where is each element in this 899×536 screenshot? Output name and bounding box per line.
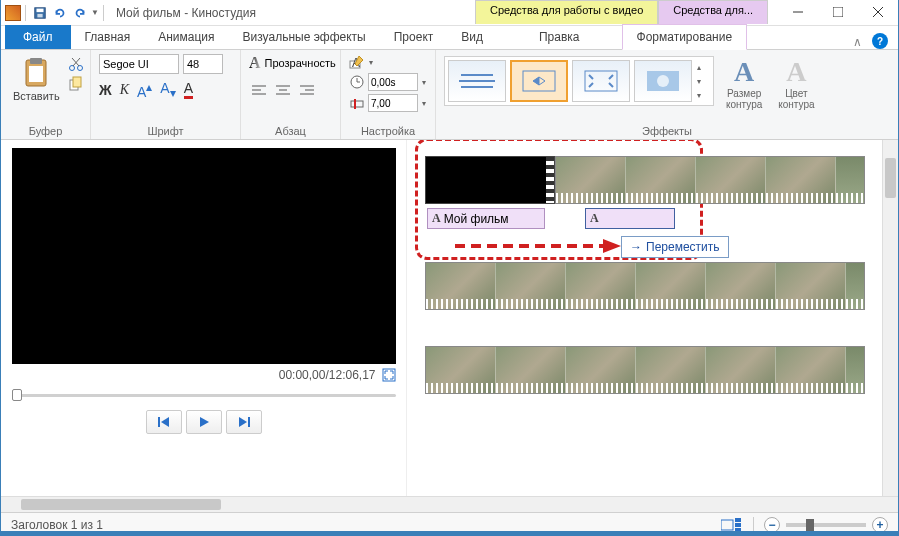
undo-icon[interactable]: [51, 4, 69, 22]
duration-icon: [349, 74, 365, 90]
effect-item-2[interactable]: [510, 60, 568, 102]
context-tab-text[interactable]: Средства для...: [658, 0, 768, 24]
align-center-button[interactable]: [273, 80, 293, 100]
tab-format[interactable]: Форматирование: [622, 24, 748, 50]
video-clip[interactable]: [425, 346, 865, 394]
tab-file[interactable]: Файл: [5, 25, 71, 49]
timeline-track: [425, 346, 890, 402]
svg-point-38: [657, 75, 669, 87]
tab-project[interactable]: Проект: [380, 25, 448, 49]
start-time-icon: [349, 95, 365, 111]
group-effects-label: Эффекты: [436, 125, 898, 137]
bold-button[interactable]: Ж: [99, 82, 112, 98]
context-tab-video[interactable]: Средства для работы с видео: [475, 0, 658, 24]
window-title: Мой фильм - Киностудия: [116, 6, 256, 20]
edit-text-button[interactable]: A▾: [349, 54, 427, 70]
seek-slider[interactable]: [12, 386, 396, 404]
svg-point-10: [69, 66, 74, 71]
svg-rect-45: [735, 523, 741, 527]
paste-button[interactable]: Вставить: [9, 54, 64, 104]
tab-animation[interactable]: Анимация: [144, 25, 228, 49]
svg-rect-30: [351, 101, 363, 107]
effect-item-1[interactable]: [448, 60, 506, 102]
svg-rect-8: [30, 58, 42, 64]
save-icon[interactable]: [31, 4, 49, 22]
gallery-more[interactable]: ▾: [697, 91, 710, 100]
svg-point-11: [77, 66, 82, 71]
group-adjust-label: Настройка: [341, 125, 435, 137]
svg-rect-1: [37, 8, 44, 12]
gallery-scroll-down[interactable]: ▾: [697, 77, 710, 86]
timeline-track: [425, 262, 890, 318]
next-frame-button[interactable]: [226, 410, 262, 434]
svg-rect-44: [735, 518, 741, 522]
font-size-input[interactable]: [183, 54, 223, 74]
help-icon[interactable]: ?: [872, 33, 888, 49]
play-button[interactable]: [186, 410, 222, 434]
tab-edit[interactable]: Правка: [525, 25, 594, 49]
svg-rect-43: [721, 520, 733, 530]
preview-pane: 00:00,00/12:06,17: [1, 140, 406, 496]
group-buffer-label: Буфер: [1, 125, 90, 137]
outline-size-button[interactable]: AРазмер контура: [722, 56, 766, 110]
redo-icon[interactable]: [71, 4, 89, 22]
vertical-scrollbar[interactable]: [882, 140, 898, 496]
status-text: Заголовок 1 из 1: [11, 518, 103, 532]
italic-button[interactable]: К: [120, 82, 129, 98]
svg-rect-41: [248, 417, 250, 427]
group-font-label: Шрифт: [91, 125, 240, 137]
svg-rect-4: [833, 7, 843, 17]
svg-rect-40: [158, 417, 160, 427]
effects-gallery[interactable]: ▴▾▾: [444, 56, 714, 106]
svg-rect-9: [29, 66, 43, 82]
font-grow-button[interactable]: A▴: [137, 80, 152, 100]
effect-item-3[interactable]: [572, 60, 630, 102]
app-icon: [5, 5, 21, 21]
context-tabs: Средства для работы с видео Средства для…: [475, 0, 768, 24]
zoom-slider[interactable]: [786, 523, 866, 527]
horizontal-scrollbar[interactable]: [1, 496, 898, 512]
ribbon: Вставить Буфер Ж К A▴ A▾ A Шрифт A Прозр…: [1, 50, 898, 140]
svg-rect-15: [73, 77, 81, 87]
font-color-button[interactable]: A: [184, 80, 193, 99]
title-clip[interactable]: [425, 156, 555, 204]
tab-view[interactable]: Вид: [447, 25, 497, 49]
align-left-button[interactable]: [249, 80, 269, 100]
text-clip-2[interactable]: A: [585, 208, 675, 229]
fullscreen-icon[interactable]: [382, 368, 396, 382]
window-border-bottom: [1, 531, 898, 535]
svg-rect-2: [37, 13, 42, 17]
video-preview[interactable]: [12, 148, 396, 364]
close-button[interactable]: [858, 0, 898, 24]
video-clip[interactable]: [555, 156, 865, 204]
group-para-label: Абзац: [241, 125, 340, 137]
outline-color-button[interactable]: AЦвет контура: [774, 56, 818, 110]
video-clip[interactable]: [425, 262, 865, 310]
copy-icon[interactable]: [68, 76, 84, 92]
prev-frame-button[interactable]: [146, 410, 182, 434]
transparency-button[interactable]: A Прозрачность: [249, 54, 332, 72]
font-name-input[interactable]: [99, 54, 179, 74]
qat-dropdown-icon[interactable]: ▼: [91, 8, 99, 17]
ribbon-tabs: Файл Главная Анимация Визуальные эффекты…: [1, 26, 898, 50]
duration-input[interactable]: [368, 73, 418, 91]
start-time-input[interactable]: [368, 94, 418, 112]
timeline-pane[interactable]: AМой фильм A →Переместить: [406, 140, 898, 496]
tab-visual-effects[interactable]: Визуальные эффекты: [229, 25, 380, 49]
cut-icon[interactable]: [68, 56, 84, 72]
effect-item-4[interactable]: [634, 60, 692, 102]
svg-line-12: [73, 58, 80, 66]
tab-home[interactable]: Главная: [71, 25, 145, 49]
maximize-button[interactable]: [818, 0, 858, 24]
timeline-track: AМой фильм A →Переместить: [425, 156, 890, 212]
text-clip-1[interactable]: AМой фильм: [427, 208, 545, 229]
svg-rect-36: [585, 71, 617, 91]
gallery-scroll-up[interactable]: ▴: [697, 63, 710, 72]
collapse-ribbon-icon[interactable]: ∧: [853, 35, 862, 49]
font-shrink-button[interactable]: A▾: [160, 80, 175, 100]
minimize-button[interactable]: [778, 0, 818, 24]
view-mode-icon[interactable]: [721, 518, 741, 532]
move-tooltip: →Переместить: [621, 236, 729, 258]
timecode: 00:00,00/12:06,17: [279, 368, 376, 382]
align-right-button[interactable]: [297, 80, 317, 100]
